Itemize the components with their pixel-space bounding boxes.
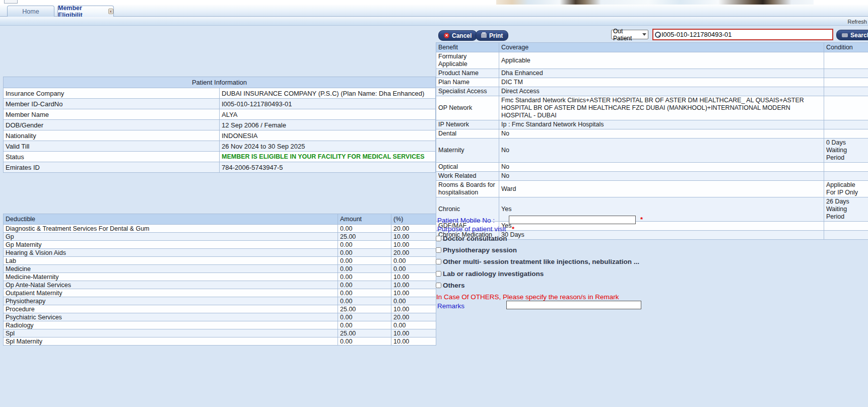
- deductible-amount: 0.00: [338, 337, 391, 346]
- deductible-amount: 0.00: [338, 265, 391, 273]
- deductible-percent: 10.00: [391, 329, 436, 337]
- patient-info-label: Member Name: [4, 109, 220, 120]
- search-button-label: Search: [850, 32, 868, 39]
- deductible-row: Diagnostic & Treatment Services For Dent…: [4, 225, 436, 233]
- deductible-amount: 0.00: [338, 249, 391, 257]
- condition-header: Condition: [824, 43, 868, 52]
- tab-member-eligibility[interactable]: Member Eligibilit x: [57, 6, 114, 17]
- deductible-percent: 10.00: [391, 289, 436, 297]
- print-button-label: Print: [489, 32, 503, 39]
- deductible-amount: 0.00: [338, 273, 391, 281]
- others-checkbox[interactable]: [436, 283, 441, 288]
- deductible-row: Physiotherapy0.000.00: [4, 297, 436, 305]
- visit-type-select[interactable]: Out Patient: [611, 30, 648, 39]
- deductible-row: Gp Maternity0.0010.00: [4, 241, 436, 249]
- patient-info-row: Member NameALYA: [4, 109, 436, 120]
- other-multi-session-label: Other multi- session treatment like inje…: [443, 258, 639, 265]
- deductible-row: Op Ante-Natal Services0.0010.00: [4, 281, 436, 289]
- deductible-percent: 10.00: [391, 241, 436, 249]
- patient-information-body: Insurance CompanyDUBAI INSURANCE COMPANY…: [4, 88, 436, 173]
- deductible-header-name: Deductible: [4, 214, 338, 225]
- patient-info-label: Nationality: [4, 130, 220, 141]
- physiotherapy-session-label: Physiotherapy session: [443, 246, 517, 254]
- patient-info-row: DOB/Gender12 Sep 2006 / Female: [4, 120, 436, 130]
- deductible-percent: 20.00: [391, 225, 436, 233]
- deductible-row: Spl Maternity0.0010.00: [4, 337, 436, 346]
- refresh-link[interactable]: Refresh: [847, 19, 867, 25]
- benefit-condition: [824, 172, 868, 181]
- deductible-row: Lab0.000.00: [4, 257, 436, 265]
- benefit-condition: [824, 69, 868, 78]
- patient-info-row: Insurance CompanyDUBAI INSURANCE COMPANY…: [4, 88, 436, 99]
- patient-mobile-input[interactable]: [509, 216, 636, 224]
- deductible-body: Diagnostic & Treatment Services For Dent…: [4, 225, 436, 346]
- tab-bar: Home Member Eligibilit x: [0, 5, 868, 17]
- deductible-row: Gp25.0010.00: [4, 233, 436, 241]
- deductible-row: Spl25.0010.00: [4, 329, 436, 337]
- benefit-name: Work Related: [436, 172, 499, 181]
- deductible-percent: 10.00: [391, 281, 436, 289]
- deductible-amount: 0.00: [338, 313, 391, 321]
- deductible-percent: 0.00: [391, 265, 436, 273]
- patient-info-row: Valid Till26 Nov 2024 to 30 Sep 2025: [4, 141, 436, 152]
- cancel-icon: ✕: [444, 33, 449, 38]
- deductible-name: Medicine: [4, 265, 338, 273]
- benefit-condition: [824, 120, 868, 129]
- benefit-coverage: No: [499, 172, 824, 181]
- tab-home[interactable]: Home: [7, 6, 54, 17]
- patient-info-value: 26 Nov 2024 to 30 Sep 2025: [220, 141, 436, 152]
- doctor-consultation-checkbox[interactable]: [436, 236, 441, 241]
- remarks-input[interactable]: [506, 301, 641, 309]
- patient-info-label: Valid Till: [4, 141, 220, 152]
- other-multi-session-checkbox[interactable]: [436, 259, 441, 264]
- benefit-row: ChronicYes26 Days Waiting Period: [436, 197, 868, 222]
- benefit-row: OP NetworkFmc Standard Network Clinics+A…: [436, 96, 868, 120]
- doctor-consultation-label: Doctor consultation: [443, 235, 507, 242]
- patient-info-label: Emirates ID: [4, 162, 220, 173]
- others-instruction-note: In Case Of OTHERS, Please specify the re…: [436, 293, 619, 301]
- deductible-name: Lab: [4, 257, 338, 265]
- benefit-condition: 26 Days Waiting Period: [824, 197, 868, 222]
- deductible-amount: 0.00: [338, 241, 391, 249]
- benefit-row: DentalNo: [436, 129, 868, 139]
- deductible-row: Outpatient Maternity0.0010.00: [4, 289, 436, 297]
- benefit-coverage: Ip : Fmc Standard Network Hospitals: [499, 120, 824, 129]
- benefit-condition: [824, 87, 868, 96]
- deductible-name: Gp Maternity: [4, 241, 338, 249]
- benefit-coverage: 30 Days: [499, 231, 824, 240]
- purpose-required-asterisk: *: [512, 225, 514, 233]
- member-search-input[interactable]: [661, 31, 831, 38]
- benefit-coverage: Direct Access: [499, 87, 824, 96]
- deductible-percent: 10.00: [391, 305, 436, 313]
- lab-radiology-checkbox[interactable]: [436, 271, 441, 277]
- patient-info-row: StatusMEMBER IS ELIGIBLE IN YOUR FACILIT…: [4, 152, 436, 162]
- physiotherapy-session-checkbox[interactable]: [436, 247, 441, 253]
- benefit-coverage: Fmc Standard Network Clinics+ASTER HOSPI…: [499, 96, 824, 120]
- deductible-row: Psychiatric Services0.0020.00: [4, 313, 436, 321]
- patient-info-row: NationalityINDONESIA: [4, 130, 436, 141]
- print-button[interactable]: Print: [476, 30, 508, 41]
- benefit-name: Product Name: [436, 69, 499, 78]
- deductible-row: Procedure25.0010.00: [4, 305, 436, 313]
- benefit-condition: 0 Days Waiting Period: [824, 139, 868, 163]
- deductible-header-percent: (%): [391, 214, 436, 225]
- benefit-coverage: No: [499, 139, 824, 163]
- deductible-name: Gp: [4, 233, 338, 241]
- lab-radiology-label: Lab or radiology investigations: [443, 270, 544, 278]
- benefit-name: Plan Name: [436, 78, 499, 87]
- search-button[interactable]: Search: [836, 30, 868, 40]
- benefit-coverage: Dha Enhanced: [499, 69, 824, 78]
- benefit-name: Formulary Applicable: [436, 52, 499, 69]
- deductible-name: Hearing & Vision Aids: [4, 249, 338, 257]
- benefit-name: Dental: [436, 129, 499, 139]
- patient-info-value: MEMBER IS ELIGIBLE IN YOUR FACILITY FOR …: [220, 152, 436, 162]
- deductible-amount: 0.00: [338, 225, 391, 233]
- cancel-button[interactable]: ✕ Cancel: [438, 30, 477, 41]
- corner-fragment: [4, 0, 18, 4]
- benefit-condition: [824, 78, 868, 87]
- deductible-name: Op Ante-Natal Services: [4, 281, 338, 289]
- deductible-name: Spl: [4, 329, 338, 337]
- tab-close-icon[interactable]: x: [108, 9, 114, 14]
- printer-icon: [481, 33, 487, 38]
- benefit-row: MaternityNo0 Days Waiting Period: [436, 139, 868, 163]
